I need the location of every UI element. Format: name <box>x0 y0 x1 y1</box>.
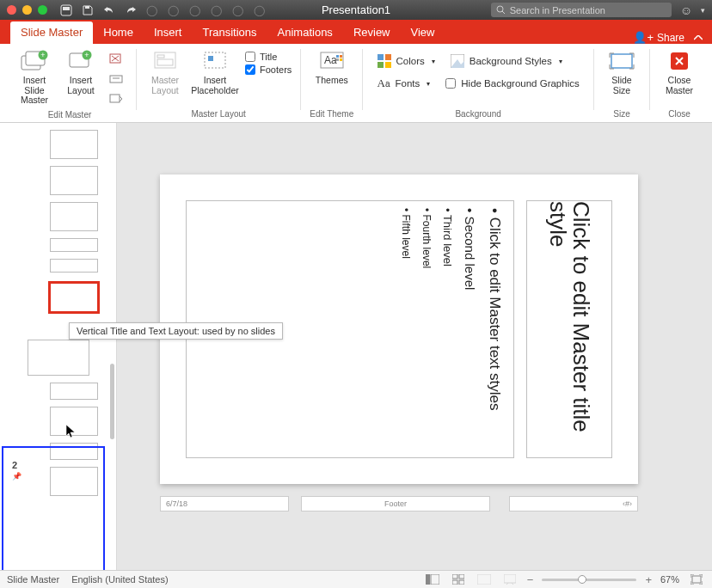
insert-layout-button[interactable]: + Insert Layout <box>62 48 100 95</box>
close-window-icon[interactable] <box>7 5 16 15</box>
thumbnail-pane[interactable]: 2 📌 <box>0 123 117 570</box>
svg-rect-29 <box>377 54 384 60</box>
layout-thumbnail-selected[interactable] <box>50 283 98 312</box>
title-checkbox[interactable]: Title <box>245 52 292 62</box>
body-level-4: • Fourth level <box>420 208 433 450</box>
slide-canvas[interactable]: Click to edit Master title style • Click… <box>117 123 712 570</box>
svg-rect-38 <box>452 574 457 579</box>
status-language[interactable]: English (United States) <box>71 574 169 585</box>
svg-rect-39 <box>459 574 464 579</box>
master-thumbnail[interactable] <box>28 340 89 376</box>
collapse-ribbon-icon[interactable] <box>693 33 703 43</box>
undo-icon[interactable] <box>102 3 115 16</box>
title-text: Click to edit Master title style <box>546 201 593 457</box>
svg-rect-22 <box>208 56 213 61</box>
group-size: Slide Size Size <box>596 46 648 122</box>
tab-slide-master[interactable]: Slide Master <box>10 21 93 44</box>
body-level-3: • Third level <box>441 208 454 450</box>
share-button[interactable]: 👤+Share <box>633 31 684 44</box>
scrollbar-thumb[interactable] <box>110 364 114 439</box>
body-level-2: • Second level <box>463 208 477 450</box>
search-placeholder: Search in Presentation <box>510 5 605 15</box>
svg-rect-41 <box>459 580 464 585</box>
layout-thumbnail[interactable] <box>50 443 98 460</box>
master-layout-checkboxes: Title Footers <box>245 48 292 75</box>
sorter-view-icon[interactable] <box>450 573 467 585</box>
master-index: 2 <box>12 460 17 470</box>
layout-thumbnail[interactable] <box>50 166 98 195</box>
insert-placeholder-button[interactable]: Insert Placeholder <box>190 48 240 95</box>
layout-thumbnail[interactable] <box>50 238 98 252</box>
group-label-edit-theme: Edit Theme <box>310 109 353 120</box>
themes-button[interactable]: Aa Themes <box>310 48 353 86</box>
zoom-window-icon[interactable] <box>38 5 47 15</box>
preserve-layout-button[interactable] <box>107 90 126 107</box>
main-area: 2 📌 Vertical Title and Text Layout: used… <box>0 123 712 570</box>
svg-rect-36 <box>426 574 430 585</box>
zoom-slider[interactable] <box>542 579 636 581</box>
zoom-out-button[interactable]: − <box>527 573 534 586</box>
slide-size-button[interactable]: Slide Size <box>603 48 641 95</box>
layout-thumbnail[interactable] <box>50 383 98 400</box>
svg-text:Aa: Aa <box>324 54 337 66</box>
redo-icon[interactable] <box>124 3 137 16</box>
layout-thumbnail[interactable] <box>50 259 98 273</box>
svg-rect-26 <box>340 55 342 58</box>
svg-rect-1 <box>63 7 70 10</box>
ribbon: + Insert Slide Master + Insert Layout Ed… <box>0 44 712 123</box>
svg-rect-2 <box>85 6 89 9</box>
svg-rect-46 <box>692 576 701 583</box>
tab-animations[interactable]: Animations <box>267 21 343 44</box>
window-controls <box>7 5 47 15</box>
group-background: Colors▾ Background Styles▾ Aa Fonts▾ Hid… <box>365 46 592 122</box>
zoom-in-button[interactable]: + <box>645 573 652 586</box>
save-icon[interactable] <box>81 3 94 16</box>
qat-disabled-icon: ◯ <box>167 3 180 16</box>
svg-text:+: + <box>84 51 89 59</box>
tab-review[interactable]: Review <box>343 21 401 44</box>
layout-tooltip: Vertical Title and Text Layout: used by … <box>69 322 283 340</box>
hide-background-checkbox[interactable]: Hide Background Graphics <box>445 74 579 93</box>
insert-slide-master-button[interactable]: + Insert Slide Master <box>12 48 57 106</box>
tab-insert[interactable]: Insert <box>144 21 193 44</box>
footer-date-placeholder[interactable]: 6/7/18 <box>160 496 289 511</box>
svg-rect-17 <box>110 95 120 102</box>
layout-thumbnail[interactable] <box>50 202 98 231</box>
svg-rect-20 <box>157 59 173 65</box>
svg-rect-27 <box>336 58 339 61</box>
edit-master-mini-buttons <box>105 48 127 110</box>
delete-layout-button[interactable] <box>107 51 126 68</box>
fit-to-window-icon[interactable] <box>688 573 705 585</box>
colors-dropdown[interactable]: Colors▾ <box>377 52 435 70</box>
minimize-window-icon[interactable] <box>22 5 32 15</box>
feedback-smiley-icon[interactable]: ☺ <box>680 3 692 17</box>
layout-thumbnail[interactable] <box>50 130 98 159</box>
tab-transitions[interactable]: Transitions <box>192 21 267 44</box>
autosave-icon[interactable] <box>59 3 72 16</box>
tab-home[interactable]: Home <box>93 21 144 44</box>
reading-view-icon <box>476 573 493 585</box>
master-layout-button: Master Layout <box>145 48 185 95</box>
layout-thumbnail[interactable] <box>50 407 98 436</box>
svg-point-3 <box>497 6 503 12</box>
title-bar: ◯ ◯ ◯ ◯ ◯ ◯ Presentation1 Search in Pres… <box>0 0 712 20</box>
fonts-dropdown[interactable]: Aa Fonts▾ <box>377 74 431 93</box>
zoom-slider-thumb[interactable] <box>578 575 586 584</box>
svg-rect-28 <box>340 58 342 61</box>
normal-view-icon[interactable] <box>424 573 441 585</box>
feedback-dropdown-icon[interactable]: ▾ <box>701 6 705 15</box>
svg-rect-42 <box>477 574 491 585</box>
layout-thumbnail[interactable] <box>50 467 98 496</box>
rename-layout-button[interactable] <box>107 70 126 88</box>
svg-rect-43 <box>504 574 516 583</box>
footer-center-placeholder[interactable]: Footer <box>301 496 490 511</box>
tab-view[interactable]: View <box>401 21 445 44</box>
background-styles-dropdown[interactable]: Background Styles▾ <box>451 52 562 70</box>
footer-number-placeholder[interactable]: ‹#› <box>509 496 638 511</box>
title-placeholder[interactable]: Click to edit Master title style <box>526 200 612 458</box>
qat-disabled-icon: ◯ <box>253 3 266 16</box>
zoom-percent[interactable]: 67% <box>660 574 679 585</box>
close-master-button[interactable]: Close Master <box>659 48 700 95</box>
search-input[interactable]: Search in Presentation <box>491 3 672 17</box>
footers-checkbox[interactable]: Footers <box>245 64 292 75</box>
